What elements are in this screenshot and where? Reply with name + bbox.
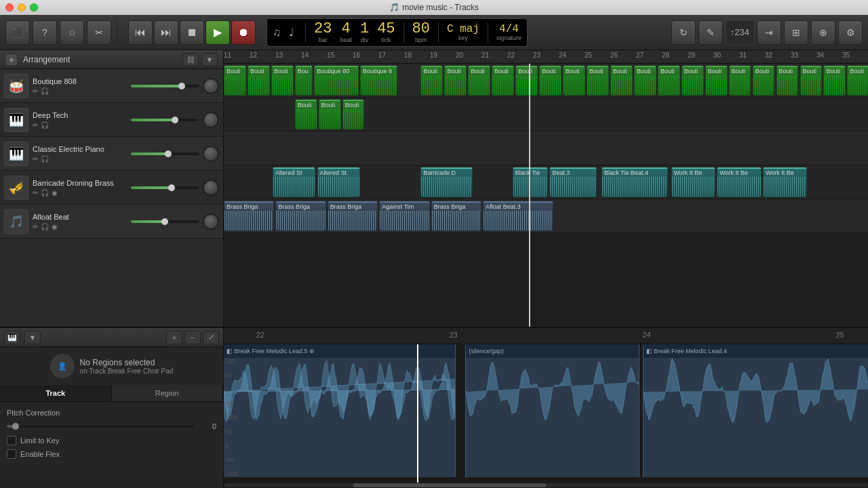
- clip[interactable]: Work It Be: [671, 167, 716, 197]
- add-track-button[interactable]: +: [5, 54, 18, 66]
- clip[interactable]: Bouti: [295, 100, 317, 129]
- clip[interactable]: Bouti: [823, 66, 846, 96]
- headphone-icon[interactable]: 🎧: [41, 87, 49, 95]
- clip[interactable]: Afloat Beat.3: [483, 201, 553, 231]
- clip[interactable]: Bouti: [658, 66, 680, 96]
- clip[interactable]: Bouti: [515, 66, 538, 96]
- clip[interactable]: Bouti: [271, 66, 294, 96]
- minimize-button[interactable]: [18, 3, 26, 12]
- volume-slider[interactable]: [131, 119, 199, 121]
- midi-icon[interactable]: ♫: [273, 26, 281, 39]
- clip[interactable]: Brass Briga: [431, 201, 481, 231]
- clip[interactable]: Barricade D: [420, 167, 472, 197]
- track-pan-knob[interactable]: [203, 180, 219, 196]
- enable-flex-checkbox[interactable]: [7, 449, 16, 459]
- clip[interactable]: Bouti: [420, 66, 443, 96]
- clip[interactable]: Boutique 80: [314, 66, 359, 96]
- rewind-button[interactable]: ⏮: [128, 20, 153, 45]
- maximize-button[interactable]: [30, 3, 38, 12]
- stop-button[interactable]: ⏹: [180, 20, 204, 45]
- pencil-icon[interactable]: ✏: [33, 121, 38, 129]
- clip[interactable]: Bouti: [539, 66, 561, 96]
- track-pan-knob[interactable]: [203, 78, 219, 94]
- clip[interactable]: Boutique 8: [360, 66, 397, 96]
- zoom-out-button[interactable]: −: [184, 331, 201, 344]
- piano-icon[interactable]: 🎹: [4, 331, 20, 344]
- clip[interactable]: Work It Be: [763, 167, 808, 197]
- track-pan-knob[interactable]: [203, 112, 219, 128]
- track-pan-knob[interactable]: [203, 214, 219, 230]
- zoom-in-button[interactable]: +: [166, 331, 182, 344]
- clip[interactable]: Bouti: [705, 66, 728, 96]
- clip[interactable]: Bouti: [224, 66, 246, 96]
- fast-forward-button[interactable]: ⏭: [154, 20, 178, 45]
- filter-button[interactable]: ▼: [201, 53, 218, 66]
- expand-button[interactable]: ⤢: [203, 331, 219, 344]
- volume-slider[interactable]: [131, 85, 199, 87]
- clip[interactable]: Bouti: [563, 66, 585, 96]
- clip[interactable]: Bouti: [492, 66, 514, 96]
- sync-button[interactable]: ↻: [671, 20, 696, 45]
- clip[interactable]: Bouti: [342, 100, 365, 129]
- play-button[interactable]: ▶: [205, 20, 230, 45]
- clip[interactable]: Bouti: [753, 66, 775, 96]
- bottom-filter-button[interactable]: ▼: [24, 331, 41, 344]
- waveform-region[interactable]: ◧ Break Free Melodic Lead.4: [643, 344, 869, 477]
- clip[interactable]: Bouti: [319, 100, 341, 129]
- export-button[interactable]: ⇥: [757, 20, 781, 45]
- close-button[interactable]: [5, 3, 14, 12]
- waveform-region[interactable]: (silence/gap): [465, 344, 639, 477]
- pitch-slider[interactable]: [7, 425, 194, 428]
- library-button[interactable]: ⬛: [5, 20, 30, 45]
- clip[interactable]: Bouti: [800, 66, 823, 96]
- help-button[interactable]: ?: [33, 20, 57, 45]
- link-button[interactable]: ⛓: [182, 53, 199, 66]
- clip[interactable]: Bouti: [776, 66, 799, 96]
- edit-button[interactable]: ✎: [698, 20, 723, 45]
- headphone-icon[interactable]: 🎧: [41, 121, 49, 129]
- clip[interactable]: Bouti: [610, 66, 633, 96]
- pencil-icon[interactable]: ✏: [33, 189, 38, 197]
- clip[interactable]: Brass Briga: [275, 201, 326, 231]
- clip[interactable]: Brass Briga: [224, 201, 274, 231]
- clip[interactable]: Altered St: [273, 167, 315, 197]
- tab-region[interactable]: Region: [112, 385, 224, 401]
- clip[interactable]: Bouti: [248, 66, 270, 96]
- pitch-slider-handle[interactable]: [12, 423, 19, 430]
- scissors-button[interactable]: ✂: [87, 20, 111, 45]
- waveform-container[interactable]: ◧ Break Free Melodic Lead.5 ⊕100500-50-1…: [224, 344, 868, 483]
- waveform-region[interactable]: ◧ Break Free Melodic Lead.5 ⊕: [224, 344, 456, 477]
- volume-slider[interactable]: [131, 220, 199, 223]
- clip[interactable]: Black Tie Beat.4: [601, 167, 668, 197]
- clip[interactable]: Altered St: [317, 167, 360, 197]
- track-pan-knob[interactable]: [203, 146, 219, 162]
- headphone-icon[interactable]: 🎧: [41, 223, 49, 230]
- clip[interactable]: Bou: [295, 66, 313, 96]
- clip[interactable]: Bouti: [682, 66, 704, 96]
- clip[interactable]: Bouti: [729, 66, 751, 96]
- volume-slider[interactable]: [131, 186, 199, 189]
- pencil-icon[interactable]: ✏: [33, 87, 38, 95]
- volume-slider[interactable]: [131, 152, 199, 155]
- bounce-icon[interactable]: ◉: [52, 223, 58, 230]
- pencil-icon[interactable]: ✏: [33, 155, 38, 163]
- clip[interactable]: Black Tie: [513, 167, 548, 197]
- clip[interactable]: Work It Be: [717, 167, 762, 197]
- tab-track[interactable]: Track: [0, 385, 112, 401]
- limit-to-key-checkbox[interactable]: [7, 436, 16, 445]
- browser-button[interactable]: ⊕: [811, 20, 835, 45]
- headphone-icon[interactable]: 🎧: [41, 155, 49, 163]
- metronome-icon[interactable]: ♩: [289, 26, 294, 39]
- pencil-icon[interactable]: ✏: [33, 223, 38, 230]
- clip[interactable]: Brass Briga: [328, 201, 378, 231]
- record-button[interactable]: ⏺: [231, 20, 256, 45]
- clip[interactable]: Bouti: [587, 66, 609, 96]
- mixer-button[interactable]: ⊞: [784, 20, 808, 45]
- bounce-icon[interactable]: ◉: [52, 189, 58, 197]
- waveform-scrollbar[interactable]: [224, 483, 868, 488]
- clip[interactable]: Bouti: [444, 66, 467, 96]
- headphone-icon[interactable]: 🎧: [41, 189, 49, 197]
- clip[interactable]: Bouti: [634, 66, 656, 96]
- scrollbar-thumb[interactable]: [353, 483, 546, 487]
- clip[interactable]: Bouti: [847, 66, 868, 96]
